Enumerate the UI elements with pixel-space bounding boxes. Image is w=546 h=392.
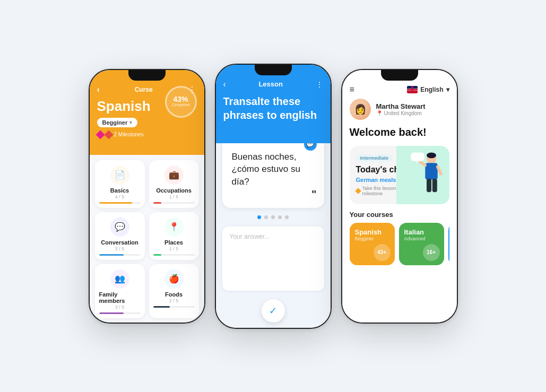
course-stat: 43+ [374, 244, 391, 261]
card-count: 1 / 5 [169, 194, 179, 199]
card-icon: 📍 [164, 217, 184, 237]
diamond-icon-1 [96, 130, 105, 139]
p3-courses-list: Spanish Begginer 43+ Italian Advanced 16… [350, 223, 449, 265]
course-title: Italian [404, 228, 439, 236]
card-label: Occupations [156, 187, 192, 194]
p2-dot-3[interactable] [271, 215, 275, 219]
card-progress [99, 312, 141, 314]
p3-avatar: 👩 [350, 99, 371, 120]
course-level: Begginer [355, 236, 389, 241]
quote-open-icon: " [230, 143, 235, 150]
p2-body: " 💬 Buenas noches, ¿cómo estuvo su día? … [216, 143, 331, 328]
p2-dot-2[interactable] [264, 215, 268, 219]
p3-courses-label: Your courses [350, 211, 449, 219]
p2-dot-1[interactable] [257, 215, 261, 219]
p3-user-name: Martha Stewart [376, 102, 426, 110]
p1-screen-title: Curse [135, 86, 153, 93]
notch-2 [255, 65, 292, 75]
p1-circle-pct: 43% [173, 95, 188, 103]
p2-pagination-dots [222, 215, 324, 219]
p2-dot-5[interactable] [285, 215, 289, 219]
svg-line-4 [437, 167, 440, 174]
p2-answer-field[interactable]: Your answer... [222, 227, 324, 291]
p1-progress-circle: 43% Completed [165, 86, 197, 118]
p3-user-info: 👩 Martha Stewart 📍 United Kingdom [350, 99, 449, 120]
p3-user-location: 📍 United Kingdom [376, 110, 426, 116]
card-icon: 🍎 [164, 269, 184, 289]
phones-container: ‹ Curse ⋮ Spanish Begginer ▾ 2 Milestone… [89, 64, 458, 329]
card-progress [153, 306, 195, 308]
p3-lang-label: English [420, 86, 443, 93]
card-label: Foods [165, 291, 183, 298]
p2-header: ‹ Lesson ⋮ Transalte these phrases to en… [216, 65, 331, 143]
hamburger-icon[interactable]: ≡ [350, 85, 354, 94]
p2-screen-title: Lesson [258, 80, 283, 88]
course-stat: 16+ [423, 244, 440, 261]
p1-card-places[interactable]: 📍 Places 1 / 5 [149, 212, 199, 260]
card-label: Places [164, 239, 183, 246]
card-progress [153, 202, 195, 204]
p1-level-label: Begginer [102, 119, 128, 126]
card-label: Conversation [101, 239, 138, 246]
location-icon: 📍 [376, 110, 383, 116]
p1-card-occupations[interactable]: 💼 Occupations 1 / 5 [149, 160, 199, 208]
phone-2: ‹ Lesson ⋮ Transalte these phrases to en… [215, 64, 332, 329]
p3-welcome-text: Welcome back! [350, 126, 449, 138]
p3-language-selector[interactable]: English ▾ [407, 86, 449, 93]
notch-3 [381, 70, 418, 81]
p1-circle-label: Completed [172, 103, 190, 107]
milestone-label: 2 Milestones [114, 132, 144, 137]
card-progress-fill [99, 312, 124, 314]
p1-card-family-members[interactable]: 👥 Family members 3 / 5 [95, 264, 145, 318]
card-progress [153, 254, 195, 256]
p2-answer-placeholder: Your answer... [230, 233, 270, 240]
diamond-icon [355, 188, 361, 194]
svg-rect-2 [425, 163, 437, 180]
card-progress-fill [99, 202, 132, 204]
card-progress [99, 254, 141, 256]
p1-header: ‹ Curse ⋮ Spanish Begginer ▾ 2 Milestone… [90, 70, 204, 155]
p1-level-badge[interactable]: Begginer ▾ [97, 118, 138, 127]
card-icon: 💬 [110, 217, 129, 237]
svg-point-1 [427, 152, 436, 158]
card-count: 4 / 5 [115, 194, 125, 199]
card-icon: 📄 [110, 165, 129, 185]
p1-card-foods[interactable]: 🍎 Foods 2 / 5 [149, 264, 199, 318]
card-progress-fill [153, 254, 162, 256]
p3-challenge-card[interactable]: Intermediate Today's challenge German me… [350, 146, 449, 204]
card-count: 1 / 5 [169, 246, 179, 251]
card-label: Basics [110, 187, 129, 194]
p2-more-button[interactable]: ⋮ [316, 80, 323, 89]
chat-icon: 💬 [304, 143, 317, 151]
card-progress [99, 202, 141, 204]
card-count: 3 / 5 [115, 246, 125, 251]
p2-phrase-card: " 💬 Buenas noches, ¿cómo estuvo su día? … [222, 143, 324, 208]
card-progress-fill [99, 254, 124, 256]
phone-1: ‹ Curse ⋮ Spanish Begginer ▾ 2 Milestone… [89, 69, 205, 324]
p2-submit-button[interactable]: ✓ [262, 299, 285, 323]
card-label: Family members [99, 291, 141, 304]
p1-card-basics[interactable]: 📄 Basics 4 / 5 [95, 160, 145, 208]
p2-instruction-text: Transalte these phrases to english [223, 94, 323, 122]
course-title: Spanish [355, 228, 389, 236]
p2-back-button[interactable]: ‹ [223, 80, 226, 89]
phone-3: ≡ English ▾ 👩 Martha Stewart 📍 [341, 69, 458, 324]
p3-course-spanish[interactable]: Spanish Begginer 43+ [350, 223, 395, 265]
p2-dot-4[interactable] [278, 215, 282, 219]
diamond-icon-2 [104, 130, 113, 139]
course-level: Advanced [404, 236, 439, 241]
p2-submit-area: ✓ [222, 299, 324, 323]
p3-intermediate-badge: Intermediate [356, 154, 393, 162]
quote-close-icon: " [230, 188, 317, 201]
p3-course-italian[interactable]: Italian Advanced 16+ [399, 223, 444, 265]
p1-category-grid: 📄 Basics 4 / 5 💼 Occupations 1 / 5 💬 Con… [90, 155, 204, 323]
card-count: 3 / 5 [115, 304, 125, 310]
p1-milestones: 2 Milestones [97, 132, 197, 138]
p3-course-blue[interactable]: ... [448, 223, 449, 265]
p1-card-conversation[interactable]: 💬 Conversation 3 / 5 [95, 212, 145, 260]
p1-back-button[interactable]: ‹ [97, 85, 100, 94]
svg-rect-6 [432, 179, 437, 192]
chevron-down-icon: ▾ [446, 86, 449, 93]
character-illustration [408, 150, 445, 198]
svg-rect-5 [427, 179, 431, 192]
